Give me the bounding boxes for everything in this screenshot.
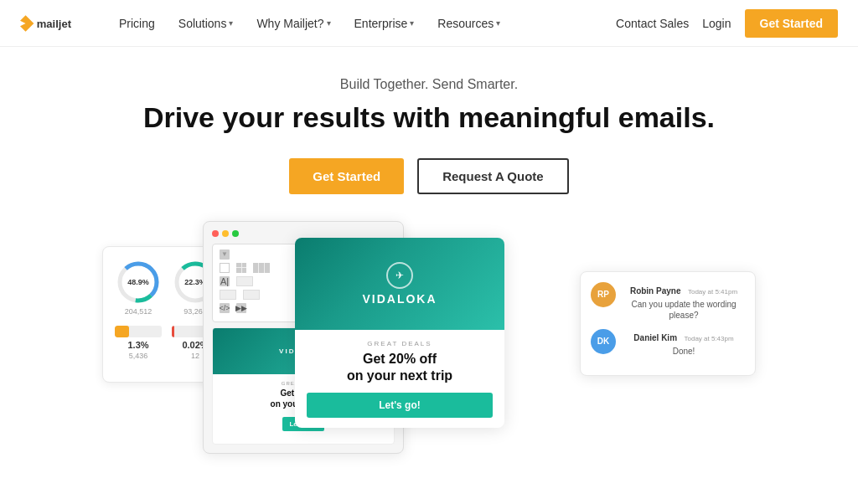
- chat-name-1: Robin Payne Today at 5:41pm: [623, 282, 745, 297]
- toolbar-button-icon: [220, 290, 236, 300]
- preview-area: 48.9% 204,512 22.3% 93,264: [102, 221, 756, 439]
- nav-resources[interactable]: Resources ▾: [437, 17, 500, 30]
- stat1-sub: 204,512: [125, 307, 152, 316]
- toolbar-text-icon: A|: [220, 276, 230, 286]
- toolbar-square-icon: [220, 263, 230, 273]
- chat-name-2: Daniel Kim Today at 5:43pm: [623, 329, 745, 344]
- toolbar-cols-icon: [253, 263, 270, 273]
- hero-buttons: Get Started Request A Quote: [289, 158, 568, 194]
- svg-text:mailjet: mailjet: [37, 17, 72, 29]
- chat-message-2: DK Daniel Kim Today at 5:43pm Done!: [591, 329, 745, 357]
- solutions-chevron-icon: ▾: [229, 18, 233, 28]
- get-started-nav-button[interactable]: Get Started: [745, 9, 838, 38]
- window-dots: [212, 230, 395, 237]
- avatar-daniel: DK: [591, 329, 616, 354]
- contact-sales-link[interactable]: Contact Sales: [616, 17, 689, 30]
- navbar: mailjet Pricing Solutions ▾ Why Mailjet?…: [0, 0, 858, 47]
- dot-yellow: [222, 230, 229, 237]
- donut-open: 48.9%: [115, 259, 162, 306]
- chat-bubble-2: Daniel Kim Today at 5:43pm Done!: [623, 329, 745, 357]
- email-logo-circle: ✈: [386, 262, 413, 289]
- chat-text-2: Done!: [623, 346, 745, 357]
- dot-green: [232, 230, 239, 237]
- nav-solutions[interactable]: Solutions ▾: [178, 17, 234, 30]
- hero-title: Drive your results with meaningful email…: [143, 100, 715, 135]
- resources-chevron-icon: ▾: [496, 18, 500, 28]
- email-preview-card: ✈ VIDALOKA GREAT DEALS Get 20% off on yo…: [295, 238, 504, 428]
- chat-time-1: Today at 5:41pm: [688, 288, 737, 296]
- enterprise-chevron-icon: ▾: [410, 18, 414, 28]
- email-headline: Get 20% off on your next trip: [307, 351, 493, 384]
- chat-text-1: Can you update the wording please?: [623, 299, 745, 321]
- chat-bubble-1: Robin Payne Today at 5:41pm Can you upda…: [623, 282, 745, 321]
- avatar-robin: RP: [591, 282, 616, 307]
- stat-open-rate: 48.9% 204,512: [115, 259, 162, 316]
- nav-why-mailjet[interactable]: Why Mailjet? ▾: [256, 17, 330, 30]
- hero-section: Build Together. Send Smarter. Drive your…: [0, 47, 858, 455]
- login-link[interactable]: Login: [702, 17, 731, 30]
- nav-enterprise[interactable]: Enterprise ▾: [354, 17, 415, 30]
- email-header-image: ✈ VIDALOKA: [295, 238, 504, 330]
- hero-tagline: Build Together. Send Smarter.: [340, 77, 518, 92]
- chat-message-1: RP Robin Payne Today at 5:41pm Can you u…: [591, 282, 745, 321]
- stat3-pct: 1.3%: [127, 340, 148, 350]
- dot-red: [212, 230, 219, 237]
- stat-unsub-rate: 1.3% 5,436: [115, 326, 162, 360]
- toolbar-code-icon: </>: [220, 303, 230, 313]
- toolbar-video-icon: ▶▶: [236, 303, 246, 313]
- nav-left: mailjet Pricing Solutions ▾ Why Mailjet?…: [20, 12, 500, 35]
- stat3-sub: 5,436: [129, 352, 148, 360]
- stat1-pct: 48.9%: [127, 278, 149, 286]
- email-brand-name: VIDALOKA: [362, 292, 437, 306]
- toolbar-widget-icon: [243, 290, 260, 300]
- svg-marker-0: [20, 15, 34, 32]
- chat-card: RP Robin Payne Today at 5:41pm Can you u…: [580, 271, 756, 376]
- logo[interactable]: mailjet: [20, 12, 96, 35]
- email-body: GREAT DEALS Get 20% off on your next tri…: [295, 330, 504, 428]
- hero-request-quote-button[interactable]: Request A Quote: [417, 158, 569, 194]
- toolbar-grid-icon: [236, 263, 246, 273]
- nav-pricing[interactable]: Pricing: [119, 17, 155, 30]
- toolbar-image-icon: [236, 276, 253, 286]
- nav-right: Contact Sales Login Get Started: [616, 9, 838, 38]
- stat4-sub: 12: [191, 352, 199, 360]
- email-cta-button[interactable]: Let's go!: [307, 393, 493, 418]
- email-logo-icon: ✈: [395, 270, 404, 281]
- email-deals-label: GREAT DEALS: [307, 340, 493, 347]
- chat-time-2: Today at 5:43pm: [684, 335, 733, 342]
- why-chevron-icon: ▾: [327, 18, 331, 28]
- hero-get-started-button[interactable]: Get Started: [289, 158, 404, 194]
- toolbar-dropdown-icon: ▼: [220, 249, 230, 260]
